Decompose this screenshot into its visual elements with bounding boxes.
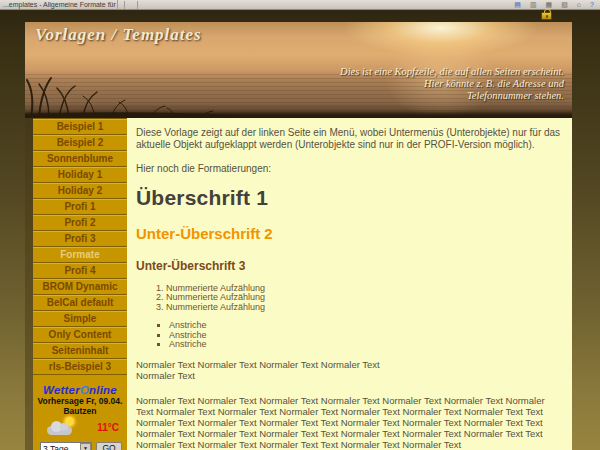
bullet-list: Anstriche Anstriche Anstriche <box>136 321 562 350</box>
formats-intro: Hier noch die Formatierungen: <box>136 163 562 175</box>
bullet-list-item: Anstriche <box>169 331 562 341</box>
brand-wetter: Wetter <box>43 384 80 396</box>
sidebar-item-beispiel-2[interactable]: Beispiel 2 <box>33 135 127 151</box>
header-banner: Vorlagen / Templates Dies ist eine Kopfz… <box>25 22 572 118</box>
page-column: Vorlagen / Templates Dies ist eine Kopfz… <box>25 10 572 450</box>
normal-text-long: Normaler Text Normaler Text Normaler Tex… <box>136 395 562 450</box>
main-content: Diese Vorlage zeigt auf der linken Seite… <box>127 118 572 450</box>
sidebar-item-profi-4[interactable]: Profi 4 <box>33 263 127 279</box>
sidebar-menu: Beispiel 1 Beispiel 2 Sonnenblume Holida… <box>33 118 127 375</box>
print-icon[interactable]: ▥ <box>530 1 537 9</box>
chevron-down-icon[interactable]: ▼ <box>80 443 91 450</box>
sidebar-item-holiday-2[interactable]: Holiday 2 <box>33 183 127 199</box>
cloud-icon <box>47 426 72 435</box>
forecast-date: Vorhersage Fr, 09.04. <box>33 396 127 406</box>
sidebar-item-profi-3[interactable]: Profi 3 <box>33 231 127 247</box>
bullet-list-item: Anstriche <box>169 321 562 331</box>
sidebar-item-only-content[interactable]: Only Content <box>33 327 127 343</box>
brand-sun-o: O <box>80 384 89 396</box>
browser-tab[interactable]: ...emplates - Allgemeine Formate für Tex… <box>0 0 118 10</box>
heading-3: Unter-Überschrift 3 <box>136 260 562 273</box>
numbered-list: Nummerierte Aufzählung Nummerierte Aufzä… <box>136 284 562 313</box>
sidebar-item-holiday-1[interactable]: Holiday 1 <box>33 167 127 183</box>
heading-1: Überschrift 1 <box>136 187 562 209</box>
weather-widget: WetterOnline Vorhersage Fr, 09.04. Bautz… <box>33 384 127 450</box>
grass-silhouette <box>25 74 235 118</box>
page-body: Beispiel 1 Beispiel 2 Sonnenblume Holida… <box>25 118 572 450</box>
feed-icon[interactable]: ▤ <box>514 1 521 9</box>
bullet-list-item: Anstriche <box>169 340 562 350</box>
intro-paragraph: Diese Vorlage zeigt auf der linken Seite… <box>136 127 562 150</box>
weather-controls: 3 Tage ▼ GO <box>33 442 127 450</box>
normal-text-short: Normaler Text Normaler Text Normaler Tex… <box>136 359 562 381</box>
sidebar-item-rls-beispiel-3[interactable]: rls-Beispiel 3 <box>33 359 127 375</box>
sidebar-item-formate[interactable]: Formate <box>33 247 127 263</box>
sidebar-item-seiteninhalt[interactable]: Seiteninhalt <box>33 343 127 359</box>
sidebar-item-profi-2[interactable]: Profi 2 <box>33 215 127 231</box>
sidebar-item-simple[interactable]: Simple <box>33 311 127 327</box>
browser-bar: ...emplates - Allgemeine Formate für Tex… <box>0 0 600 10</box>
sidebar: Beispiel 1 Beispiel 2 Sonnenblume Holida… <box>25 118 127 450</box>
tagline-line-3: Telefonnummer stehen. <box>340 90 564 102</box>
sidebar-item-beispiel-1[interactable]: Beispiel 1 <box>33 119 127 135</box>
go-button[interactable]: GO <box>96 442 122 450</box>
tagline-line-1: Dies ist eine Kopfzeile, die auf allen S… <box>340 66 564 78</box>
weather-row: 11°C <box>33 416 127 436</box>
partly-cloudy-icon <box>47 419 77 435</box>
tagline-line-2: Hier könnte z. B. die Adresse und <box>340 78 564 90</box>
sidebar-item-profi-1[interactable]: Profi 1 <box>33 199 127 215</box>
chrome-separator <box>124 1 125 9</box>
layout-icon[interactable]: ▧ <box>561 1 568 9</box>
browser-toolbar-icons: ▤ ▥ ▦ ▧ ⌂ ? <box>514 1 600 9</box>
chrome-separator <box>137 1 138 9</box>
page-icon[interactable]: ▦ <box>546 1 553 9</box>
lock-icon <box>541 12 552 20</box>
temperature-value: 11°C <box>97 422 119 433</box>
select-value: 3 Tage <box>43 444 80 450</box>
help-icon[interactable]: ? <box>590 1 594 9</box>
sidebar-item-sonnenblume[interactable]: Sonnenblume <box>33 151 127 167</box>
forecast-city: Bautzen <box>33 406 127 416</box>
sidebar-item-belcal-default[interactable]: BelCal default <box>33 295 127 311</box>
site-title: Vorlagen / Templates <box>35 25 202 45</box>
home-icon[interactable]: ⌂ <box>577 1 581 9</box>
sidebar-item-brom-dynamic[interactable]: BROM Dynamic <box>33 279 127 295</box>
numbered-list-item: Nummerierte Aufzählung <box>166 303 562 313</box>
brand-nline: nline <box>89 384 117 396</box>
wetteronline-logo[interactable]: WetterOnline <box>33 384 127 396</box>
header-tagline: Dies ist eine Kopfzeile, die auf allen S… <box>340 66 564 102</box>
heading-2: Unter-Überschrift 2 <box>136 226 562 242</box>
forecast-range-select[interactable]: 3 Tage ▼ <box>40 442 92 450</box>
